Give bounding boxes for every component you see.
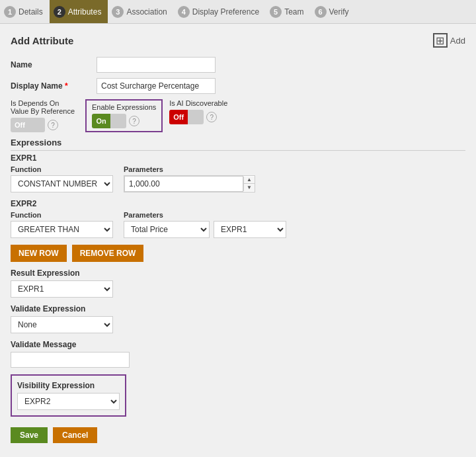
step-num-4: 4 — [178, 6, 190, 18]
expr1-param-input[interactable] — [124, 176, 243, 192]
expr1-param-spinners: ▲ ▼ — [243, 177, 255, 191]
ai-group: Is AI Discoverable Off ? — [169, 99, 227, 124]
expr1-function-col: Function CONSTANT NUMBER — [11, 165, 113, 192]
new-row-button[interactable]: NEW ROW — [11, 245, 67, 262]
validate-msg-label: Validate Message — [11, 340, 465, 349]
expr2-block: EXPR2 Function GREATER THAN Parameters T… — [11, 199, 465, 238]
cancel-button[interactable]: Cancel — [53, 427, 97, 443]
step-label-1: Details — [19, 7, 43, 17]
ai-toggle-wrap: Off ? — [169, 110, 227, 124]
expr2-param1-select[interactable]: Total Price — [124, 221, 210, 238]
name-input[interactable] — [97, 57, 216, 73]
depends-help-icon[interactable]: ? — [48, 120, 58, 130]
validate-block: Validate Expression None EXPR1 EXPR2 — [11, 304, 465, 333]
result-block: Result Expression EXPR1 EXPR2 — [11, 269, 465, 298]
depends-group: Is Depends OnValue By Reference Off ? — [11, 99, 75, 132]
name-row: Name — [11, 57, 465, 73]
expr1-params-label: Parameters — [124, 165, 255, 173]
save-button[interactable]: Save — [11, 427, 48, 443]
expr1-param-input-wrap: ▲ ▼ — [124, 175, 255, 192]
add-icon: ⊞ — [433, 33, 448, 48]
depends-toggle-off: Off — [11, 118, 29, 132]
expr1-spin-down[interactable]: ▼ — [244, 184, 255, 191]
validate-msg-block: Validate Message — [11, 340, 465, 368]
enable-expr-label: Enable Expressions — [92, 103, 156, 111]
step-label-4: Display Preference — [192, 7, 259, 17]
action-buttons: NEW ROW REMOVE ROW — [11, 245, 465, 262]
enable-expr-box: Enable Expressions On ? — [85, 99, 163, 132]
step-label-2: Attributes — [68, 7, 102, 17]
step-label-6: Verify — [329, 7, 349, 17]
expr1-function-label: Function — [11, 165, 113, 173]
depends-toggle-wrap: Off ? — [11, 118, 75, 132]
toggles-row: Is Depends OnValue By Reference Off ? En… — [11, 99, 465, 132]
expr1-row: Function CONSTANT NUMBER Parameters ▲ ▼ — [11, 165, 465, 192]
step-label-3: Association — [126, 7, 167, 17]
step-num-2: 2 — [54, 6, 65, 18]
expr2-params-label: Parameters — [124, 211, 286, 219]
wizard-step-5[interactable]: 5 Team — [266, 0, 310, 23]
wizard-step-4[interactable]: 4 Display Preference — [174, 0, 266, 23]
expr2-row: Function GREATER THAN Parameters Total P… — [11, 211, 465, 238]
display-name-input[interactable] — [97, 78, 216, 94]
ai-toggle[interactable]: Off — [169, 110, 204, 124]
step-num-5: 5 — [270, 6, 282, 18]
ai-help-icon[interactable]: ? — [206, 112, 217, 122]
expr2-params-col: Parameters Total Price EXPR1 — [124, 211, 286, 238]
wizard-step-2[interactable]: 2 Attributes — [50, 0, 108, 23]
expr1-name: EXPR1 — [11, 153, 465, 163]
main-content: Add Attribute ⊞ Add Name Display Name Is… — [0, 24, 476, 452]
enable-expr-toggle-wrap: On ? — [92, 114, 156, 128]
enable-expr-toggle[interactable]: On — [92, 114, 126, 128]
display-name-row: Display Name — [11, 78, 465, 94]
visibility-select[interactable]: None EXPR1 EXPR2 — [17, 393, 120, 410]
visibility-box: Visibility Expression None EXPR1 EXPR2 — [11, 374, 126, 417]
step-num-3: 3 — [112, 6, 124, 18]
ai-toggle-on-side: Off — [169, 110, 188, 124]
expr2-param2-select[interactable]: EXPR1 — [214, 221, 286, 238]
add-label: Add — [450, 36, 465, 46]
ai-label: Is AI Discoverable — [169, 99, 227, 107]
expr2-function-select[interactable]: GREATER THAN — [11, 221, 113, 238]
result-label: Result Expression — [11, 269, 465, 278]
expr2-name: EXPR2 — [11, 199, 465, 208]
validate-label: Validate Expression — [11, 304, 465, 313]
expr2-function-label: Function — [11, 211, 113, 219]
bottom-buttons: Save Cancel — [11, 427, 465, 443]
depends-toggle[interactable]: Off — [11, 118, 45, 132]
result-select[interactable]: EXPR1 EXPR2 — [11, 280, 113, 298]
expr1-params-col: Parameters ▲ ▼ — [124, 165, 255, 192]
expr2-function-col: Function GREATER THAN — [11, 211, 113, 238]
wizard-step-3[interactable]: 3 Association — [108, 0, 173, 23]
wizard-step-6[interactable]: 6 Verify — [311, 0, 356, 23]
name-label: Name — [11, 60, 97, 69]
step-num-1: 1 — [4, 6, 16, 18]
step-num-6: 6 — [315, 6, 327, 18]
visibility-label: Visibility Expression — [17, 381, 120, 390]
step-label-5: Team — [284, 7, 303, 17]
remove-row-button[interactable]: REMOVE ROW — [72, 245, 144, 262]
page-title: Add Attribute — [11, 35, 73, 46]
enable-expr-off-side — [110, 114, 126, 128]
validate-msg-input[interactable] — [11, 352, 130, 368]
expr1-spin-up[interactable]: ▲ — [244, 177, 255, 184]
wizard-nav: 1 Details 2 Attributes 3 Association 4 D… — [0, 0, 476, 24]
enable-expr-on: On — [92, 114, 110, 128]
page-header: Add Attribute ⊞ Add — [11, 33, 465, 48]
expressions-section-title: Expressions — [11, 138, 465, 151]
display-name-label: Display Name — [11, 81, 97, 91]
wizard-step-1[interactable]: 1 Details — [0, 0, 50, 23]
depends-label: Is Depends OnValue By Reference — [11, 99, 75, 115]
expr2-params-wrap: Total Price EXPR1 — [124, 221, 286, 238]
expr1-block: EXPR1 Function CONSTANT NUMBER Parameter… — [11, 153, 465, 192]
enable-expr-help-icon[interactable]: ? — [129, 116, 139, 126]
add-button[interactable]: ⊞ Add — [433, 33, 465, 48]
validate-select[interactable]: None EXPR1 EXPR2 — [11, 316, 113, 333]
expr1-function-select[interactable]: CONSTANT NUMBER — [11, 175, 113, 192]
